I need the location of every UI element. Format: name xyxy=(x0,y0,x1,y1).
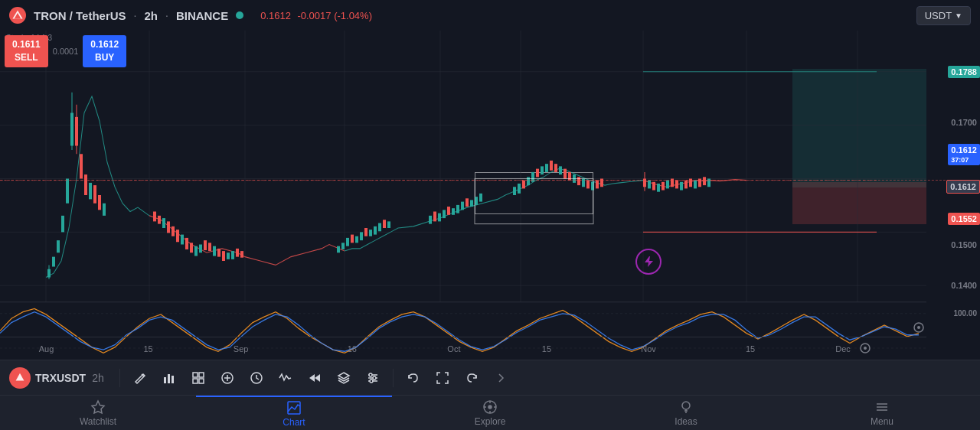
svg-rect-74 xyxy=(466,198,469,207)
layers-icon[interactable] xyxy=(332,366,356,390)
svg-rect-77 xyxy=(479,194,482,202)
svg-rect-105 xyxy=(671,179,674,187)
svg-rect-86 xyxy=(550,161,553,171)
svg-rect-128 xyxy=(164,377,166,383)
svg-rect-68 xyxy=(438,213,441,222)
nav-watchlist[interactable]: Watchlist xyxy=(0,396,196,430)
menu-icon xyxy=(874,399,890,415)
explore-label: Explore xyxy=(475,416,506,427)
svg-rect-54 xyxy=(337,246,340,253)
svg-point-147 xyxy=(370,380,373,383)
sell-button[interactable]: 0.1611 SELL xyxy=(5,35,48,67)
price-change: -0.0017 (-1.04%) xyxy=(297,10,372,21)
svg-rect-64 xyxy=(383,220,386,228)
spread-value: 0.0001 xyxy=(50,47,82,56)
price-label-bid: 0.1612 37:07 xyxy=(948,144,980,165)
svg-rect-59 xyxy=(360,232,363,240)
svg-rect-52 xyxy=(236,249,239,257)
svg-rect-132 xyxy=(199,373,204,377)
watchlist-icon xyxy=(90,399,106,415)
svg-rect-101 xyxy=(652,182,655,191)
svg-rect-35 xyxy=(158,216,161,224)
svg-rect-30 xyxy=(89,183,92,200)
nav-ideas[interactable]: Ideas xyxy=(588,396,784,430)
fullscreen-icon[interactable] xyxy=(430,366,455,390)
svg-rect-21 xyxy=(57,240,60,252)
candlestick-chart[interactable] xyxy=(0,31,926,360)
bid-time: 37:07 xyxy=(951,156,969,164)
svg-rect-97 xyxy=(600,179,603,187)
trx-logo-icon xyxy=(9,7,26,24)
lightning-icon[interactable] xyxy=(635,249,662,275)
bottom-nav: Watchlist Chart Explore Ideas xyxy=(0,395,980,430)
svg-marker-148 xyxy=(92,401,104,413)
svg-rect-106 xyxy=(675,181,678,189)
svg-rect-58 xyxy=(355,236,358,243)
svg-rect-33 xyxy=(103,204,106,216)
svg-rect-40 xyxy=(181,235,184,245)
ideas-label: Ideas xyxy=(675,416,697,427)
svg-rect-55 xyxy=(341,243,345,249)
svg-rect-63 xyxy=(378,223,381,232)
svg-marker-141 xyxy=(338,373,349,379)
replay-icon[interactable] xyxy=(244,366,269,390)
toolbar-pair-label: TRXUSDT xyxy=(35,372,86,384)
add-chart-icon[interactable] xyxy=(215,366,240,390)
buy-price: 0.1612 xyxy=(90,38,119,51)
svg-rect-51 xyxy=(231,251,234,259)
svg-rect-83 xyxy=(536,169,539,178)
chart-settings-icon[interactable] xyxy=(913,321,925,337)
alert-icon[interactable] xyxy=(273,366,298,390)
xaxis-15a: 15 xyxy=(143,344,152,353)
separator1: · xyxy=(134,9,137,21)
sell-label: SELL xyxy=(12,51,41,64)
toolbar-divider-2 xyxy=(393,369,394,387)
redo-icon[interactable] xyxy=(459,366,484,390)
svg-rect-134 xyxy=(199,379,204,383)
svg-rect-45 xyxy=(204,240,207,250)
svg-rect-57 xyxy=(351,235,354,243)
trade-buttons: 0.1611 SELL 0.0001 0.1612 BUY xyxy=(5,35,126,67)
svg-rect-72 xyxy=(456,205,459,213)
svg-rect-88 xyxy=(559,166,562,174)
indicators-icon[interactable] xyxy=(186,366,211,390)
svg-rect-76 xyxy=(475,197,478,205)
svg-rect-80 xyxy=(522,181,525,189)
xaxis-15b: 15 xyxy=(542,344,551,353)
svg-rect-34 xyxy=(153,212,156,222)
rewind-icon[interactable] xyxy=(302,366,327,390)
xaxis-settings-icon[interactable] xyxy=(859,342,871,357)
settings-sliders-icon[interactable] xyxy=(361,366,385,390)
svg-rect-37 xyxy=(167,221,170,233)
exchange-label: BINANCE xyxy=(176,9,228,22)
chart-container: 0.1788 0.1700 0.1612 37:07 0.1612 0.1552… xyxy=(0,31,980,360)
draw-tool-icon[interactable] xyxy=(128,366,152,390)
svg-rect-32 xyxy=(98,195,101,210)
chart-type-icon[interactable] xyxy=(157,366,181,390)
more-tools-icon[interactable] xyxy=(488,366,513,390)
currency-selector[interactable]: USDT ▼ xyxy=(916,6,971,25)
svg-rect-69 xyxy=(443,210,446,218)
watchlist-label: Watchlist xyxy=(80,416,116,427)
svg-rect-107 xyxy=(680,182,683,191)
nav-explore[interactable]: Explore xyxy=(392,396,588,430)
buy-button[interactable]: 0.1612 BUY xyxy=(83,35,126,67)
price-label-current: 0.1612 xyxy=(946,180,980,194)
svg-rect-78 xyxy=(513,187,516,195)
svg-rect-102 xyxy=(657,184,660,192)
xaxis-16: 16 xyxy=(348,344,357,353)
toolbar-divider-1 xyxy=(119,369,120,387)
undo-icon[interactable] xyxy=(401,366,426,390)
svg-rect-50 xyxy=(227,252,230,259)
svg-marker-139 xyxy=(309,374,315,382)
svg-rect-103 xyxy=(662,182,665,191)
svg-rect-89 xyxy=(564,169,567,179)
price-label-support: 0.1552 xyxy=(948,213,980,225)
nav-menu[interactable]: Menu xyxy=(784,396,980,430)
price-label-1700: 0.1700 xyxy=(948,116,980,129)
svg-rect-130 xyxy=(172,376,174,383)
svg-marker-126 xyxy=(16,373,24,380)
svg-rect-112 xyxy=(703,177,706,185)
nav-chart[interactable]: Chart xyxy=(196,396,392,430)
svg-rect-47 xyxy=(213,246,216,256)
